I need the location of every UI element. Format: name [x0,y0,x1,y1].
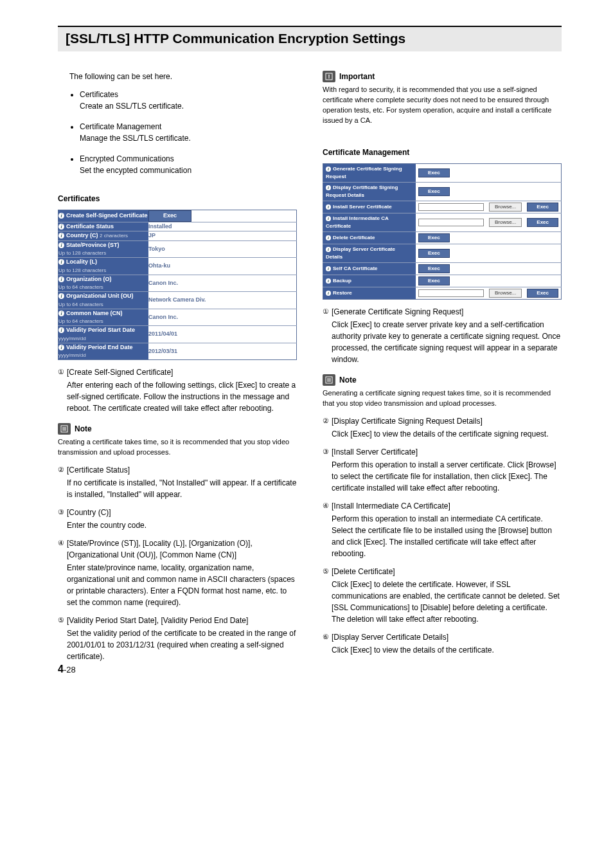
item-label: [Create Self-Signed Certificate] [67,368,173,377]
cert-row-label: iCommon Name (CN)Up to 64 characters [58,309,149,326]
browse-button[interactable]: Browse... [489,289,522,298]
help-icon[interactable]: i [326,247,331,252]
item-number: ④ [58,538,64,608]
help-icon[interactable]: i [326,216,331,221]
help-icon[interactable]: i [58,293,64,299]
cert-row-label: iValidity Period Start Dateyyyy/mm/dd [58,326,149,343]
item-desc: Perform this operation to install an int… [332,513,562,559]
cm-row-action: Exec [416,275,562,287]
exec-button[interactable]: Exec [527,218,558,227]
cm-file-field[interactable] [416,287,486,299]
item-number: ⑤ [323,566,329,625]
cert-row-value: Network Camera Div. [148,292,297,309]
bullet-label: Encrypted Communications [80,154,174,163]
cert-row-label: iValidity Period End Dateyyyy/mm/dd [58,343,149,360]
cert-row-label: iCertificate Status [58,222,149,231]
numbered-item: ⑥[Display Server Certificate Details]Cli… [323,631,562,656]
bullet-desc: Manage the SSL/TLS certificate. [80,132,297,144]
exec-button[interactable]: Exec [418,249,450,258]
numbered-item: ①[Generate Certificate Signing Request]C… [323,306,562,365]
help-icon[interactable]: i [58,259,64,265]
cert-management-table: iGenerate Certificate Signing RequestExe… [323,163,562,300]
note-text: Creating a certificate takes time, so it… [58,437,297,458]
page-title-bar: [SSL/TLS] HTTP Communication Encryption … [58,26,562,51]
numbered-item: ②[Display Certificate Signing Request De… [323,415,562,440]
item-number: ④ [323,500,329,559]
item-number: ⑥ [323,631,329,656]
note-icon [58,423,71,435]
exec-button[interactable]: Exec [527,289,558,298]
bullet-label: Certificates [80,90,118,99]
item-label: [Country (C)] [67,508,111,517]
certificates-heading: Certificates [58,193,297,204]
help-icon[interactable]: i [58,311,64,316]
cert-row-value: Exec [148,210,297,222]
cert-row-label: iCountry (C) 2 characters [58,231,149,241]
item-number: ③ [58,507,64,531]
browse-button[interactable]: Browse... [489,218,522,227]
intro-text: The following can be set here. [69,71,297,82]
important-icon: ! [323,71,335,82]
right-column: ! Important With regard to security, it … [323,71,562,662]
cm-file-field[interactable] [416,213,486,231]
numbered-item: ④[State/Province (ST)], [Locality (L)], … [58,538,297,608]
cert-row-value: 2011/04/01 [148,326,297,343]
item-label: [Display Certificate Signing Request Det… [332,417,483,426]
cm-row-label: iDisplay Server Certificate Details [323,244,416,262]
bullet-label: Certificate Management [80,122,161,131]
help-icon[interactable]: i [326,291,331,296]
item-desc: After entering each of the following set… [67,379,297,414]
help-icon[interactable]: i [326,167,331,172]
cm-row-label: iRestore [323,287,416,299]
cm-file-field[interactable] [416,201,486,213]
item-desc: Click [Exec] to delete the certificate. … [332,579,562,625]
cert-row-value: Ohta-ku [148,258,297,275]
svg-text:!: ! [328,73,330,80]
help-icon[interactable]: i [326,278,331,284]
exec-button[interactable]: Exec [418,168,450,177]
help-icon[interactable]: i [58,345,64,350]
numbered-item: ①[Create Self-Signed Certificate]After e… [58,366,297,414]
intro-bullet: Encrypted CommunicationsSet the encypted… [80,153,297,176]
help-icon[interactable]: i [58,327,64,333]
help-icon[interactable]: i [326,266,331,271]
help-icon[interactable]: i [326,185,331,190]
cm-browse-cell: Browse... [486,287,524,299]
bullet-desc: Set the encypted communication [80,165,297,176]
help-icon[interactable]: i [58,233,64,239]
help-icon[interactable]: i [58,224,64,230]
help-icon[interactable]: i [58,242,64,248]
exec-button[interactable]: Exec [418,276,450,285]
browse-button[interactable]: Browse... [489,203,522,212]
numbered-item: ⑤[Validity Period Start Date], [Validity… [58,615,297,662]
left-column: The following can be set here. Certifica… [58,71,297,662]
cert-row-value: Tokyo [148,240,297,258]
exec-button[interactable]: Exec [148,210,191,222]
item-desc: Click [Exec] to view the details of the … [332,428,562,440]
help-icon[interactable]: i [326,235,331,240]
note-heading: Note [58,423,297,435]
help-icon[interactable]: i [326,204,331,210]
certificates-table: iCreate Self-Signed CertificateExeciCert… [58,210,297,360]
cm-exec-cell: Exec [524,213,561,231]
help-icon[interactable]: i [58,213,64,219]
important-title: Important [339,71,375,82]
item-label: [Delete Certificate] [332,567,395,576]
help-icon[interactable]: i [58,276,64,282]
cert-row-label: iState/Province (ST)Up to 128 characters [58,240,149,258]
note-icon [323,374,335,386]
note-title: Note [75,423,92,435]
numbered-item: ⑤[Delete Certificate]Click [Exec] to del… [323,566,562,625]
exec-button[interactable]: Exec [418,233,450,242]
cm-row-label: iBackup [323,275,416,287]
exec-button[interactable]: Exec [418,264,450,273]
numbered-item: ②[Certificate Status]If no certificate i… [58,464,297,500]
item-label: [Install Server Certificate] [332,448,418,457]
numbered-item: ③[Install Server Certificate]Perform thi… [323,446,562,494]
cm-row-action: Exec [416,182,562,201]
exec-button[interactable]: Exec [418,187,450,196]
item-label: [Install Intermediate CA Certificate] [332,502,450,511]
exec-button[interactable]: Exec [527,203,558,212]
item-label: [Display Server Certificate Details] [332,633,449,642]
item-desc: Set the validity period of the certifica… [67,628,297,662]
